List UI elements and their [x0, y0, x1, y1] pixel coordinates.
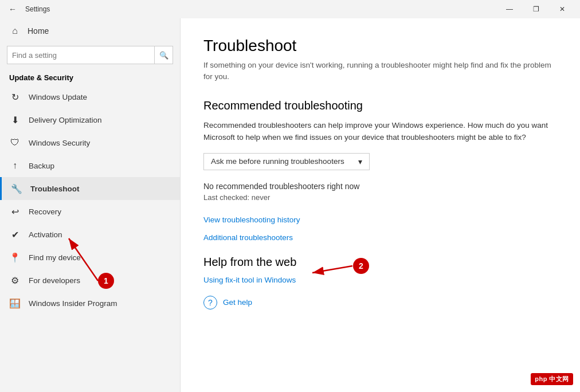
- get-help-row[interactable]: ? Get help: [203, 296, 557, 309]
- page-title: Troubleshoot: [203, 37, 557, 55]
- sidebar-item-troubleshoot[interactable]: 🔧 Troubleshoot: [0, 177, 180, 200]
- close-button[interactable]: ✕: [549, 0, 575, 18]
- sidebar-item-delivery-optimization[interactable]: ⬇ Delivery Optimization: [0, 108, 180, 131]
- fix-it-link[interactable]: Using fix-it tool in Windows: [203, 276, 557, 284]
- sidebar-item-label: Windows Update: [29, 93, 87, 101]
- sidebar: ⌂ Home 🔍 Update & Security ↻ Windows Upd…: [0, 18, 181, 392]
- activation-icon: ✔: [9, 229, 21, 240]
- sidebar-item-label: Troubleshoot: [30, 185, 80, 193]
- sidebar-item-find-my-device[interactable]: 📍 Find my device: [0, 246, 180, 269]
- troubleshoot-icon: 🔧: [11, 183, 22, 194]
- sidebar-item-recovery[interactable]: ↩ Recovery: [0, 200, 180, 223]
- sidebar-item-label: Backup: [29, 162, 54, 170]
- backup-icon: ↑: [9, 160, 21, 171]
- page-subtitle: If something on your device isn't workin…: [203, 60, 557, 83]
- search-input[interactable]: [7, 49, 154, 62]
- windows-update-icon: ↻: [9, 91, 21, 103]
- sidebar-item-backup[interactable]: ↑ Backup: [0, 154, 180, 177]
- titlebar-title: Settings: [25, 5, 496, 13]
- sidebar-item-label: Activation: [29, 230, 62, 239]
- main-layout: ⌂ Home 🔍 Update & Security ↻ Windows Upd…: [0, 18, 580, 392]
- sidebar-item-label: For developers: [29, 276, 80, 285]
- titlebar: ← Settings — ❐ ✕: [0, 0, 580, 18]
- additional-troubleshooters-link[interactable]: Additional troubleshooters: [203, 233, 557, 242]
- troubleshoot-dropdown[interactable]: Ask me before running troubleshooters ▾: [203, 153, 370, 170]
- recovery-icon: ↩: [9, 206, 21, 217]
- sidebar-items: ↻ Windows Update ⬇ Delivery Optimization…: [0, 85, 180, 315]
- sidebar-item-home[interactable]: ⌂ Home: [0, 18, 180, 44]
- recommended-desc: Recommended troubleshooters can help imp…: [203, 119, 557, 144]
- restore-button[interactable]: ❐: [523, 0, 549, 18]
- sidebar-item-label: Recovery: [29, 207, 61, 216]
- last-checked-text: Last checked: never: [203, 193, 557, 202]
- sidebar-item-label: Windows Security: [29, 139, 90, 147]
- home-icon: ⌂: [9, 25, 21, 37]
- content-area: Troubleshoot If something on your device…: [181, 18, 580, 392]
- sidebar-item-label: Find my device: [29, 253, 81, 262]
- get-help-icon: ?: [203, 296, 217, 309]
- for-developers-icon: ⚙: [9, 275, 21, 286]
- find-my-device-icon: 📍: [9, 252, 21, 263]
- dropdown-value: Ask me before running troubleshooters: [211, 157, 344, 166]
- get-help-label: Get help: [223, 298, 252, 307]
- minimize-button[interactable]: —: [496, 0, 523, 18]
- view-history-link[interactable]: View troubleshooting history: [203, 215, 557, 224]
- sidebar-item-windows-insider[interactable]: 🪟 Windows Insider Program: [0, 292, 180, 315]
- sidebar-item-for-developers[interactable]: ⚙ For developers: [0, 269, 180, 292]
- section-title: Update & Security: [0, 69, 180, 85]
- recommended-heading: Recommended troubleshooting: [203, 99, 557, 112]
- home-label: Home: [28, 26, 49, 36]
- sidebar-item-label: Delivery Optimization: [29, 116, 102, 124]
- windows-insider-icon: 🪟: [9, 297, 21, 309]
- search-icon[interactable]: 🔍: [154, 46, 173, 64]
- search-box[interactable]: 🔍: [7, 46, 173, 64]
- sidebar-item-label: Windows Insider Program: [29, 299, 117, 308]
- sidebar-item-windows-update[interactable]: ↻ Windows Update: [0, 85, 180, 108]
- help-heading: Help from the web: [203, 256, 557, 269]
- watermark: php 中文网: [531, 373, 573, 385]
- delivery-optimization-icon: ⬇: [9, 114, 21, 126]
- back-button[interactable]: ←: [5, 1, 21, 17]
- dropdown-arrow: ▾: [358, 157, 362, 166]
- sidebar-item-activation[interactable]: ✔ Activation: [0, 223, 180, 246]
- no-recommended-text: No recommended troubleshooters right now: [203, 182, 557, 191]
- windows-security-icon: 🛡: [9, 137, 21, 148]
- window-controls: — ❐ ✕: [496, 0, 575, 18]
- sidebar-item-windows-security[interactable]: 🛡 Windows Security: [0, 131, 180, 154]
